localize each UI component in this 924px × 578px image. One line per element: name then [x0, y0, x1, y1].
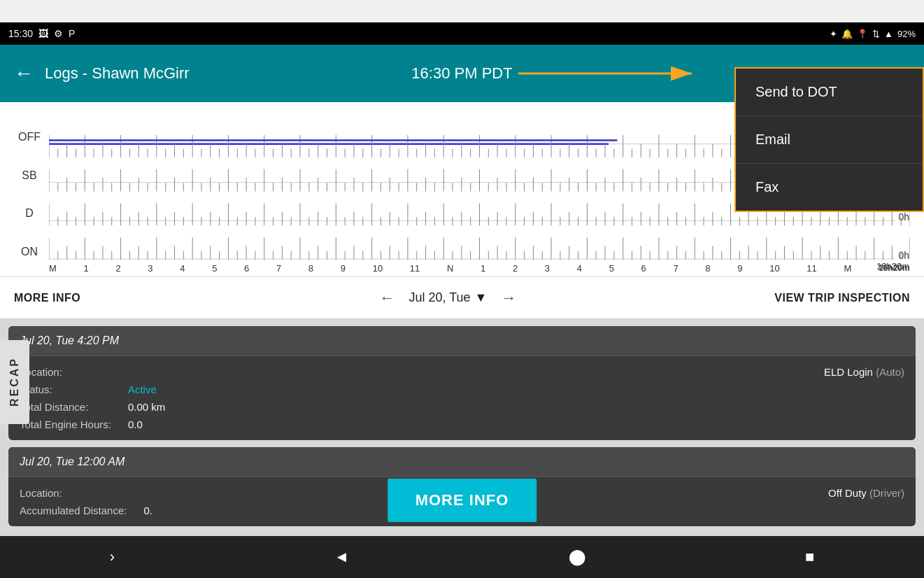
- next-date-button[interactable]: →: [501, 289, 516, 307]
- location-label-1: Location:: [20, 366, 111, 378]
- svg-text:D: D: [25, 207, 34, 219]
- date-selector[interactable]: Jul 20, Tue ▼: [409, 290, 488, 305]
- log-action-2: Off Duty (Driver): [828, 487, 904, 499]
- back-button[interactable]: ←: [14, 62, 34, 85]
- distance-label-1: Total Distance:: [20, 401, 111, 413]
- nav-square-button[interactable]: ■: [805, 548, 814, 566]
- x-label-10pm: 10: [769, 263, 779, 274]
- total-time-label: 16h20m: [879, 263, 910, 274]
- x-label-1pm: 1: [481, 263, 485, 274]
- status-bar: 15:30 🖼 ⚙ P ✦ 🔔 📍 ⇅ ▲ 92%: [0, 22, 924, 45]
- x-label-2pm: 2: [513, 263, 518, 274]
- svg-text:OFF: OFF: [18, 131, 41, 143]
- log-entry-1: Jul 20, Tue 4:20 PM Location: ELD Login …: [8, 326, 916, 440]
- svg-text:ON: ON: [21, 246, 38, 258]
- view-trip-inspection[interactable]: VIEW TRIP INSPECTION: [756, 292, 910, 304]
- log-entry-1-header: Jul 20, Tue 4:20 PM: [8, 326, 916, 356]
- x-label-2: 2: [115, 263, 120, 274]
- x-label-7: 7: [276, 263, 281, 274]
- page-title: Logs - Shawn McGirr: [45, 64, 190, 83]
- nav-bar: MORE INFO ← Jul 20, Tue ▼ → VIEW TRIP IN…: [0, 277, 924, 319]
- send-to-dot-option[interactable]: Send to DOT: [736, 69, 923, 116]
- x-label-6pm: 6: [641, 263, 646, 274]
- dot-dropdown-menu: Send to DOT Email Fax: [734, 67, 924, 212]
- annotation-arrow: [518, 63, 700, 84]
- svg-text:SB: SB: [22, 169, 36, 181]
- signal-icon: ⇅: [872, 29, 880, 39]
- x-label-8: 8: [308, 263, 313, 274]
- x-label-5pm: 5: [609, 263, 614, 274]
- x-label-9pm: 9: [737, 263, 742, 274]
- x-label-9: 9: [341, 263, 346, 274]
- x-label-8pm: 8: [705, 263, 710, 274]
- fax-option[interactable]: Fax: [736, 164, 923, 211]
- more-info-nav[interactable]: MORE INFO: [14, 292, 140, 304]
- accum-distance-value-2: 0.: [143, 505, 152, 516]
- log-entry-1-body: Location: ELD Login (Auto) Status: Activ…: [8, 356, 916, 440]
- x-label-m1: M: [49, 263, 57, 274]
- bottom-nav: › ◄ ⬤ ■: [0, 536, 924, 578]
- nav-back-button[interactable]: ◄: [334, 548, 349, 566]
- header: ← Logs - Shawn McGirr 16:30 PM PDT Send …: [0, 45, 924, 102]
- wifi-icon: ▲: [884, 29, 893, 39]
- battery-display: 92%: [897, 29, 916, 39]
- settings-icon: ⚙: [54, 28, 63, 39]
- engine-value-1: 0.0: [128, 418, 165, 430]
- x-label-4pm: 4: [577, 263, 582, 274]
- parking-icon: P: [69, 28, 75, 39]
- x-label-11pm: 11: [806, 263, 816, 274]
- location-label-2: Location:: [20, 487, 127, 499]
- accum-distance-label-2: Accumulated Distance:: [20, 505, 127, 516]
- nav-home-button[interactable]: ⬤: [569, 548, 586, 566]
- recap-label: RECAP: [8, 357, 21, 407]
- x-label-11: 11: [410, 263, 420, 274]
- x-label-3pm: 3: [545, 263, 550, 274]
- recap-sidebar[interactable]: RECAP: [0, 340, 29, 424]
- x-label-3: 3: [148, 263, 152, 274]
- log-action-1: ELD Login (Auto): [824, 366, 904, 378]
- x-label-10: 10: [373, 263, 383, 274]
- email-option[interactable]: Email: [736, 116, 923, 164]
- x-label-5: 5: [212, 263, 217, 274]
- x-label-1: 1: [84, 263, 89, 274]
- bell-icon: 🔔: [841, 29, 853, 39]
- engine-label-1: Total Engine Hours:: [20, 418, 111, 430]
- x-label-7pm: 7: [673, 263, 678, 274]
- x-label-m2: M: [844, 263, 851, 274]
- location-icon: 📍: [857, 29, 868, 39]
- status-value-1: Active: [128, 383, 165, 395]
- dropdown-arrow-icon: ▼: [475, 290, 488, 305]
- x-label-6: 6: [244, 263, 249, 274]
- x-label-n: N: [447, 263, 453, 274]
- bluetooth-icon: ✦: [830, 29, 837, 39]
- photo-icon: 🖼: [38, 28, 48, 39]
- distance-value-1: 0.00 km: [128, 401, 165, 413]
- more-info-button[interactable]: MORE INFO: [388, 479, 537, 522]
- status-label-1: Status:: [20, 383, 111, 395]
- prev-date-button[interactable]: ←: [380, 289, 395, 307]
- x-label-4: 4: [180, 263, 185, 274]
- current-time: 16:30 PM PDT: [411, 64, 512, 83]
- nav-chevron-right[interactable]: ›: [110, 548, 115, 566]
- log-entry-2-header: Jul 20, Tue 12:00 AM: [8, 447, 916, 477]
- time-display: 15:30: [8, 28, 33, 39]
